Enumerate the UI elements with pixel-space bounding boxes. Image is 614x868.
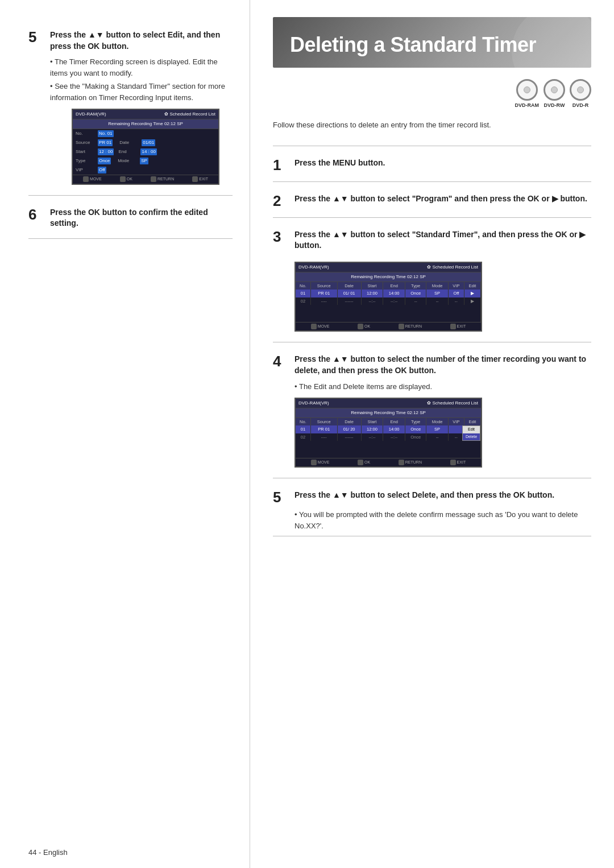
right-step-2-header: 2 Press the ▲▼ button to select "Program… [273,187,591,213]
return-btn-icon [399,460,404,465]
left-column: 5 Press the ▲▼ button to select Edit, an… [0,0,250,868]
dvd-ram-circle [516,79,538,101]
dvd-icons: DVD-RAM DVD-RW DVD-R [273,79,591,108]
right-step-4: 4 Press the ▲▼ button to select the numb… [273,347,591,473]
table-row-empty [296,441,481,458]
table-row: 01 PR 01 01/ 20 12:00 14:00 Once SP [296,425,481,433]
popup-edit-option: Edit [463,426,480,433]
screen-type-row: Type Once Mode SP [73,156,218,166]
right-step-1-number: 1 [273,158,289,172]
left-step-5-number: 5 [28,30,44,44]
divider-2 [28,238,233,239]
right-step-2-number: 2 [273,193,289,208]
right-step-3-title: Press the ▲▼ button to select "Standard … [294,229,591,251]
right-step-2-title: Press the ▲▼ button to select "Program" … [294,193,587,205]
intro-text: Follow these directions to delete an ent… [273,119,591,131]
right-step-1: 1 Press the MENU button. [273,151,591,177]
page-container: 5 Press the ▲▼ button to select Edit, an… [0,0,614,868]
right-step-4-header: 4 Press the ▲▼ button to select the numb… [273,347,591,381]
move-btn-icon [311,460,317,465]
right-step-5: 5 Press the ▲▼ button to select Delete, … [273,483,591,531]
return-btn-icon [151,176,156,182]
move-btn-icon [83,176,89,182]
right-step-4-bullet: The Edit and Delete items are displayed. [294,381,591,392]
left-step-5-title: Press the ▲▼ button to select Edit, and … [50,30,233,52]
screen-title-bar: Remaining Recording Time 02:12 SP [73,119,218,129]
right-step-3: 3 Press the ▲▼ button to select "Standar… [273,222,591,337]
exit-btn-icon [450,324,456,329]
dvd-ram-label: DVD-RAM [515,102,540,108]
right-divider-5 [273,536,591,536]
return-btn-icon [399,324,404,329]
right-step-4-body: The Edit and Delete items are displayed.… [273,381,591,468]
right-step-5-title: Press the ▲▼ button to select Delete, an… [294,490,554,501]
screen-header: DVD-RAM(VR) ✿ Scheduled Record List [73,110,218,119]
dvd-r-label: DVD-R [572,102,589,108]
step3-screen-title: Remaining Recording Time 02:12 SP [296,272,481,282]
left-step-6-title: Press the OK button to confirm the edite… [50,207,233,229]
left-step-6-number: 6 [28,207,44,222]
right-step-3-number: 3 [273,229,289,244]
step3-screen-header: DVD-RAM(VR) ✿ Scheduled Record List [296,263,481,272]
left-step-6: 6 Press the OK button to confirm the edi… [28,200,233,234]
exit-btn-icon [192,176,198,182]
ok-btn-icon [120,176,126,182]
screen-vip-row: VIP Off [73,166,218,175]
screen-source-row: Source PR 01 Date 01/01 [73,138,218,147]
right-step-5-bullet: You will be prompted with the delete con… [294,509,591,531]
right-step-1-title: Press the MENU button. [294,158,385,169]
table-row-empty [296,305,481,322]
ok-btn-icon [358,460,363,465]
right-divider-0 [273,146,591,146]
screen-footer: MOVE OK RETURN EXIT [73,175,218,184]
dvd-ram-icon: DVD-RAM [515,79,540,108]
step4-screen-title: Remaining Recording Time 02:12 SP [296,408,481,418]
right-step-4-number: 4 [273,354,289,369]
step3-screen-footer: MOVE OK RETURN EXIT [296,322,481,331]
step4-screen-footer: MOVE OK RETURN EXIT [296,458,481,467]
left-step-5: 5 Press the ▲▼ button to select Edit, an… [28,23,233,191]
right-step-3-body: DVD-RAM(VR) ✿ Scheduled Record List Rema… [273,262,591,332]
page-footer: 44 - English [28,848,68,857]
right-step-5-header: 5 Press the ▲▼ button to select Delete, … [273,483,591,509]
right-divider-1 [273,181,591,182]
left-step-5-screen: DVD-RAM(VR) ✿ Scheduled Record List Rema… [72,109,219,185]
left-step-5-bullet-1: The Timer Recording screen is displayed.… [50,56,233,78]
table-row: 02 ---- ------ --:-- --:-- -- -- -- ▶ [296,297,481,305]
ok-btn-icon [358,324,363,329]
step4-table: No. Source Date Start End Type Mode VIP … [296,418,481,458]
right-divider-2 [273,217,591,218]
exit-btn-icon [450,460,456,465]
right-step-3-header: 3 Press the ▲▼ button to select "Standar… [273,222,591,256]
left-step-6-header: 6 Press the OK button to confirm the edi… [28,200,233,234]
right-step-5-body: You will be prompted with the delete con… [273,509,591,531]
dvd-rw-circle [544,79,565,101]
dvd-rw-icon: DVD-RW [544,79,565,108]
step4-table-wrapper: No. Source Date Start End Type Mode VIP … [296,418,481,458]
move-btn-icon [311,324,317,329]
dvd-r-circle [570,79,591,101]
left-step-5-bullet-2: See the "Making a Standard Timer" sectio… [50,81,233,103]
right-divider-3 [273,342,591,342]
right-step-1-header: 1 Press the MENU button. [273,151,591,177]
screen-no-row: No. No. 01 [73,129,218,138]
right-step-3-screen: DVD-RAM(VR) ✿ Scheduled Record List Rema… [294,262,482,332]
right-column: Deleting a Standard Timer DVD-RAM DVD-RW… [250,0,614,868]
table-row: 01 PR 01 01/ 01 12:00 14:00 Once SP Off … [296,290,481,297]
right-step-4-screen: DVD-RAM(VR) ✿ Scheduled Record List Rema… [294,398,482,468]
screen-time-row: Start 12 : 00 End 14 : 00 [73,147,218,156]
dvd-rw-label: DVD-RW [544,102,565,108]
left-step-5-header: 5 Press the ▲▼ button to select Edit, an… [28,23,233,56]
step3-table: No. Source Date Start End Type Mode VIP … [296,282,481,322]
dvd-r-icon: DVD-R [570,79,591,108]
step4-screen-header: DVD-RAM(VR) ✿ Scheduled Record List [296,399,481,408]
left-step-5-body: The Timer Recording screen is displayed.… [28,56,233,185]
table-row: 02 ---- ------ --:-- --:-- Once -- -- [296,433,481,441]
right-step-5-number: 5 [273,490,289,505]
right-step-2: 2 Press the ▲▼ button to select "Program… [273,187,591,213]
divider-1 [28,195,233,196]
popup-delete-option: Delete [463,433,480,441]
right-divider-4 [273,478,591,478]
edit-delete-popup: Edit Delete [462,425,480,441]
right-step-4-title: Press the ▲▼ button to select the number… [294,354,591,376]
